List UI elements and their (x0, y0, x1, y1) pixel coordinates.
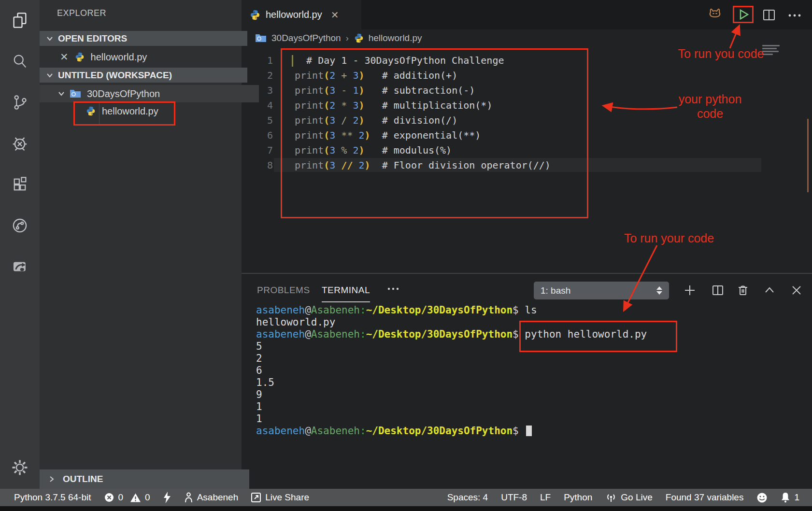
encoding-status[interactable]: UTF-8 (501, 492, 527, 503)
problems-status[interactable]: 0 0 (104, 492, 150, 503)
terminal-output-line: 1 (256, 401, 647, 413)
open-editor-label: helloworld.py (91, 52, 147, 63)
line-number: 8 (242, 159, 273, 171)
search-icon[interactable] (9, 51, 30, 72)
sidebar-title: EXPLORER (57, 8, 106, 18)
tree-indent-guide (99, 102, 100, 125)
error-icon (104, 492, 114, 503)
window-bottom-strip (0, 506, 812, 511)
breadcrumb-folder[interactable]: 30DaysOfPython (271, 33, 341, 43)
code-line[interactable]: 2print(2 + 3) # addition(+) (242, 68, 812, 83)
close-editor-icon[interactable]: ✕ (60, 51, 69, 63)
source-control-icon[interactable] (9, 92, 30, 113)
terminal-output-line: 9 (256, 389, 647, 401)
eol-status[interactable]: LF (540, 492, 551, 503)
open-editor-item[interactable]: ✕ helloworld.py (40, 48, 262, 66)
panel-divider[interactable] (242, 273, 812, 274)
python-file-icon (74, 52, 85, 62)
notifications-status[interactable]: 1 (781, 492, 799, 503)
terminal-output-line: 1 (256, 413, 647, 425)
close-panel-icon[interactable] (790, 284, 803, 297)
code-line[interactable]: 8print(3 // 2) # Floor division operator… (242, 157, 812, 172)
gitlens-icon[interactable] (9, 215, 30, 236)
minimap[interactable] (762, 45, 783, 57)
chevron-down-icon (57, 91, 66, 96)
python-interpreter-status[interactable]: Python 3.7.5 64-bit (14, 492, 91, 503)
terminal-output-line: 6 (256, 365, 647, 377)
folder-icon (255, 33, 267, 43)
chevron-down-icon (45, 36, 54, 41)
feedback-smiley-icon[interactable] (756, 492, 768, 503)
settings-gear-icon[interactable] (9, 457, 30, 478)
vscode-window: EXPLORER OPEN EDITORS ✕ helloworld.py UN… (0, 0, 812, 511)
outline-header[interactable]: OUTLINE (40, 469, 249, 489)
tab-terminal[interactable]: TERMINAL (322, 283, 370, 302)
breadcrumb: 30DaysOfPython › helloworld.py (242, 29, 812, 47)
open-editors-header[interactable]: OPEN EDITORS (40, 31, 247, 46)
activity-bar (0, 0, 40, 489)
user-status[interactable]: Asabeneh (184, 492, 239, 503)
person-icon (184, 492, 193, 503)
terminal-cursor (526, 426, 532, 436)
terminal-output-line: 5 (256, 341, 647, 353)
live-share-extension-icon[interactable] (9, 256, 30, 277)
code-text: print(2 * 3) # multiplication(*) (295, 99, 492, 111)
terminal-output-line: helloworld.py (256, 316, 647, 328)
overview-ruler-mark (807, 119, 809, 192)
code-text: print(3 - 1) # subtraction(-) (295, 85, 475, 96)
panel-more-tabs-icon[interactable] (386, 284, 401, 293)
breadcrumb-separator: › (346, 33, 349, 43)
new-terminal-icon[interactable] (684, 284, 696, 297)
maximize-panel-icon[interactable] (763, 284, 776, 297)
tab-title: helloworld.py (266, 9, 322, 20)
code-text: print(3 ** 2) # exponential(**) (295, 129, 481, 141)
line-number: 4 (242, 99, 273, 111)
code-line[interactable]: 7print(3 % 2) # modulus(%) (242, 142, 812, 157)
code-line[interactable]: 6print(3 ** 2) # exponential(**) (242, 128, 812, 142)
tree-file-label: helloworld.py (102, 106, 158, 117)
terminal-prompt-line: asabeneh@Asabeneh:~/Desktop/30DaysOfPyth… (256, 304, 647, 316)
live-share-status[interactable]: Live Share (251, 492, 309, 503)
workspace-header[interactable]: UNTITLED (WORKSPACE) (40, 68, 247, 83)
terminal-output[interactable]: asabeneh@Asabeneh:~/Desktop/30DaysOfPyth… (256, 304, 647, 437)
tree-folder-30daysofpython[interactable]: 30DaysOfPython (40, 85, 259, 102)
run-code-button[interactable] (736, 8, 751, 23)
tab-problems[interactable]: PROBLEMS (257, 283, 310, 298)
breadcrumb-file[interactable]: helloworld.py (369, 33, 422, 43)
terminal-prompt-line: asabeneh@Asabeneh:~/Desktop/30DaysOfPyth… (256, 425, 647, 437)
more-actions-icon[interactable] (787, 12, 802, 20)
lightning-icon[interactable] (163, 492, 171, 503)
tab-helloworld[interactable]: helloworld.py ✕ (242, 0, 361, 29)
tree-folder-label: 30DaysOfPython (87, 88, 160, 99)
python-file-icon (354, 33, 364, 43)
cat-extension-icon[interactable] (707, 7, 723, 24)
variables-status[interactable]: Found 37 variables (666, 492, 744, 503)
terminal-output-line: 1.5 (256, 377, 647, 389)
python-file-icon (85, 106, 96, 116)
indentation-status[interactable]: Spaces: 4 (447, 492, 488, 503)
code-text: print(3 / 2) # division(/) (295, 114, 457, 126)
code-text: print(3 % 2) # modulus(%) (295, 144, 452, 156)
extensions-icon[interactable] (9, 174, 30, 195)
terminal-output-line: 2 (256, 353, 647, 365)
kill-terminal-trash-icon[interactable] (737, 284, 749, 297)
debug-icon[interactable] (9, 133, 30, 154)
explorer-icon[interactable] (9, 10, 30, 31)
warning-icon (130, 493, 141, 503)
split-editor-icon[interactable] (762, 9, 776, 23)
code-line[interactable]: 5print(3 / 2) # division(/) (242, 113, 812, 128)
chevron-right-icon (47, 476, 56, 483)
language-status[interactable]: Python (564, 492, 592, 503)
terminal-shell-select[interactable]: 1: bash (534, 282, 669, 299)
line-number: 1 (242, 55, 273, 66)
code-line[interactable]: 3print(3 - 1) # subtraction(-) (242, 83, 812, 98)
code-editor[interactable]: 1 # Day 1 - 30DaysOfPython Challenge2pri… (242, 53, 812, 172)
tab-close-icon[interactable]: ✕ (331, 9, 339, 21)
broadcast-icon (605, 492, 617, 503)
code-line[interactable]: 1 # Day 1 - 30DaysOfPython Challenge (242, 53, 812, 68)
split-terminal-icon[interactable] (712, 284, 724, 297)
status-bar: Python 3.7.5 64-bit 0 0 Asabeneh Live Sh… (0, 489, 812, 506)
go-live-status[interactable]: Go Live (605, 492, 652, 503)
annotation-run-terminal: To run your code (623, 231, 715, 245)
code-line[interactable]: 4print(2 * 3) # multiplication(*) (242, 98, 812, 113)
